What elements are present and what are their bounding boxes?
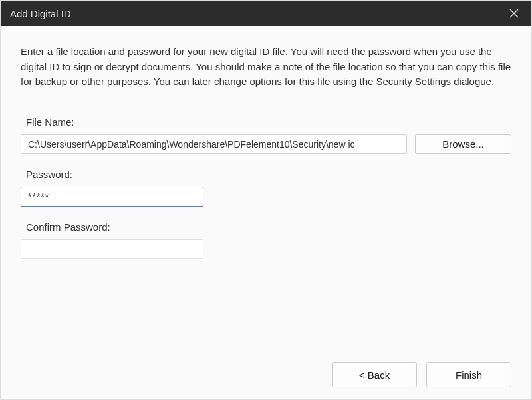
- confirm-password-group: Confirm Password:: [21, 221, 511, 259]
- password-label: Password:: [26, 169, 511, 180]
- filename-input[interactable]: [21, 134, 407, 154]
- password-group: Password:: [21, 169, 511, 207]
- close-icon: [509, 9, 519, 18]
- browse-button[interactable]: Browse...: [415, 134, 511, 154]
- confirm-password-label: Confirm Password:: [26, 221, 511, 233]
- finish-button[interactable]: Finish: [426, 362, 511, 387]
- dialog-footer: < Back Finish: [1, 350, 531, 399]
- description-text: Enter a file location and password for y…: [21, 45, 511, 90]
- close-button[interactable]: [506, 5, 522, 21]
- dialog-title: Add Digital ID: [10, 8, 506, 19]
- add-digital-id-dialog: Add Digital ID Enter a file location and…: [0, 0, 532, 400]
- back-button[interactable]: < Back: [332, 362, 417, 387]
- filename-row: Browse...: [21, 134, 511, 154]
- titlebar: Add Digital ID: [1, 1, 531, 26]
- confirm-password-input[interactable]: [21, 239, 203, 259]
- filename-label: File Name:: [26, 116, 511, 128]
- password-input[interactable]: [21, 187, 203, 207]
- dialog-content: Enter a file location and password for y…: [1, 26, 531, 350]
- filename-group: File Name: Browse...: [21, 116, 511, 154]
